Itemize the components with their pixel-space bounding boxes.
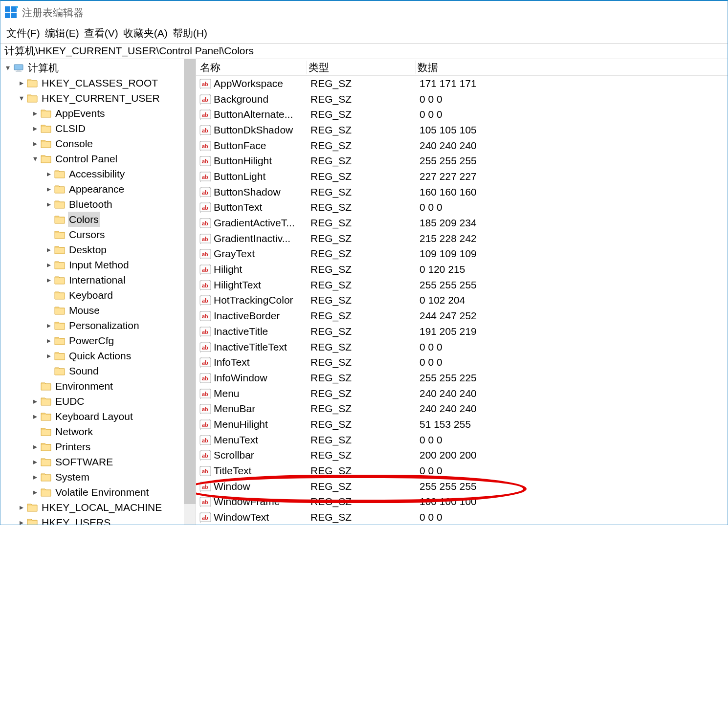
tree-node-appearance[interactable]: ▸ Appearance bbox=[2, 181, 196, 197]
list-row[interactable]: ButtonShadowREG_SZ160 160 160 bbox=[196, 184, 728, 200]
column-header-type[interactable]: 类型 bbox=[307, 61, 416, 74]
tree-node-cursors[interactable]: · Cursors bbox=[2, 227, 196, 242]
tree-node-printers[interactable]: ▸ Printers bbox=[2, 439, 196, 454]
tree-node-powercfg[interactable]: ▸ PowerCfg bbox=[2, 333, 196, 348]
list-row[interactable]: MenuTextREG_SZ0 0 0 bbox=[196, 432, 728, 448]
tree-node-hklm[interactable]: ▸ HKEY_LOCAL_MACHINE bbox=[2, 500, 196, 515]
list-row[interactable]: ButtonFaceREG_SZ240 240 240 bbox=[196, 138, 728, 154]
list-row[interactable]: ButtonLightREG_SZ227 227 227 bbox=[196, 169, 728, 184]
value-list[interactable]: AppWorkspaceREG_SZ171 171 171BackgroundR… bbox=[196, 76, 728, 525]
tree-node-international[interactable]: ▸ International bbox=[2, 272, 196, 287]
menu-favorites[interactable]: 收藏夹(A) bbox=[121, 25, 170, 41]
value-type: REG_SZ bbox=[309, 372, 418, 384]
scrollbar-thumb[interactable] bbox=[184, 59, 196, 504]
tree-node-quick-actions[interactable]: ▸ Quick Actions bbox=[2, 348, 196, 363]
list-row[interactable]: MenuHilightREG_SZ51 153 255 bbox=[196, 417, 728, 432]
chevron-right-icon[interactable]: ▸ bbox=[16, 75, 27, 90]
list-row[interactable]: InactiveTitleREG_SZ191 205 219 bbox=[196, 324, 728, 339]
chevron-right-icon[interactable]: ▸ bbox=[30, 136, 41, 151]
chevron-right-icon[interactable]: ▸ bbox=[30, 394, 41, 409]
chevron-right-icon[interactable]: ▸ bbox=[44, 318, 54, 333]
list-row[interactable]: AppWorkspaceREG_SZ171 171 171 bbox=[196, 76, 728, 91]
tree-node-eudc[interactable]: ▸ EUDC bbox=[2, 394, 196, 409]
chevron-right-icon[interactable]: ▸ bbox=[16, 500, 27, 515]
chevron-right-icon[interactable]: ▸ bbox=[44, 242, 54, 257]
list-row[interactable]: GradientActiveT...REG_SZ185 209 234 bbox=[196, 215, 728, 231]
tree-node-software[interactable]: ▸ SOFTWARE bbox=[2, 454, 196, 469]
tree-node-personalization[interactable]: ▸ Personalization bbox=[2, 318, 196, 333]
menu-edit[interactable]: 编辑(E) bbox=[43, 25, 81, 41]
list-row[interactable]: GrayTextREG_SZ109 109 109 bbox=[196, 246, 728, 262]
tree-node-desktop[interactable]: ▸ Desktop bbox=[2, 242, 196, 257]
chevron-right-icon[interactable]: ▸ bbox=[44, 166, 54, 181]
tree-node-hkcu[interactable]: ▾ HKEY_CURRENT_USER bbox=[2, 90, 196, 106]
chevron-down-icon[interactable]: ▾ bbox=[16, 90, 27, 106]
chevron-down-icon[interactable]: ▾ bbox=[2, 60, 13, 75]
list-row[interactable]: WindowREG_SZ255 255 255 bbox=[196, 479, 728, 494]
tree-node-control-panel[interactable]: ▾ Control Panel bbox=[2, 151, 196, 166]
menu-help[interactable]: 帮助(H) bbox=[171, 25, 209, 41]
chevron-right-icon[interactable]: ▸ bbox=[30, 106, 41, 121]
chevron-down-icon[interactable]: ▾ bbox=[30, 151, 41, 166]
address-bar[interactable]: 计算机\HKEY_CURRENT_USER\Control Panel\Colo… bbox=[0, 43, 728, 59]
tree-node-clsid[interactable]: ▸ CLSID bbox=[2, 121, 196, 136]
chevron-right-icon[interactable]: ▸ bbox=[30, 469, 41, 484]
chevron-right-icon[interactable]: ▸ bbox=[30, 454, 41, 469]
list-row[interactable]: ButtonAlternate...REG_SZ0 0 0 bbox=[196, 107, 728, 122]
tree-node-hkcr[interactable]: ▸ HKEY_CLASSES_ROOT bbox=[2, 75, 196, 90]
tree-node-bluetooth[interactable]: ▸ Bluetooth bbox=[2, 197, 196, 212]
menu-file[interactable]: 文件(F) bbox=[4, 25, 42, 41]
tree-node-mouse[interactable]: · Mouse bbox=[2, 303, 196, 318]
list-row[interactable]: HilightTextREG_SZ255 255 255 bbox=[196, 277, 728, 293]
list-row[interactable]: ButtonDkShadowREG_SZ105 105 105 bbox=[196, 122, 728, 138]
tree-node-console[interactable]: ▸ Console bbox=[2, 136, 196, 151]
list-row[interactable]: ButtonTextREG_SZ0 0 0 bbox=[196, 200, 728, 216]
list-row[interactable]: MenuREG_SZ240 240 240 bbox=[196, 386, 728, 401]
chevron-right-icon[interactable]: ▸ bbox=[30, 439, 41, 454]
tree-node-appevents[interactable]: ▸ AppEvents bbox=[2, 106, 196, 121]
list-row[interactable]: WindowFrameREG_SZ100 100 100 bbox=[196, 494, 728, 510]
chevron-right-icon[interactable]: ▸ bbox=[44, 257, 54, 272]
chevron-right-icon[interactable]: ▸ bbox=[44, 197, 54, 212]
tree-node-network[interactable]: · Network bbox=[2, 424, 196, 439]
key-tree[interactable]: ▾ 计算机 ▸ HKEY_CLASSES_ROOT ▾ HKEY_CURRENT… bbox=[0, 59, 196, 525]
value-name: ButtonHilight bbox=[214, 155, 309, 167]
chevron-right-icon[interactable]: ▸ bbox=[16, 515, 27, 525]
list-row[interactable]: InactiveBorderREG_SZ244 247 252 bbox=[196, 308, 728, 324]
list-row[interactable]: HilightREG_SZ0 120 215 bbox=[196, 262, 728, 277]
list-row[interactable]: HotTrackingColorREG_SZ0 102 204 bbox=[196, 293, 728, 308]
tree-node-sound[interactable]: · Sound bbox=[2, 363, 196, 378]
tree-node-environment[interactable]: · Environment bbox=[2, 378, 196, 394]
chevron-right-icon[interactable]: ▸ bbox=[44, 181, 54, 197]
list-row[interactable]: BackgroundREG_SZ0 0 0 bbox=[196, 91, 728, 107]
list-row[interactable]: WindowTextREG_SZ0 0 0 bbox=[196, 509, 728, 525]
list-row[interactable]: InactiveTitleTextREG_SZ0 0 0 bbox=[196, 339, 728, 355]
list-row[interactable]: ScrollbarREG_SZ200 200 200 bbox=[196, 448, 728, 463]
tree-node-volatile-environment[interactable]: ▸ Volatile Environment bbox=[2, 484, 196, 500]
list-row[interactable]: InfoTextREG_SZ0 0 0 bbox=[196, 354, 728, 370]
tree-node-keyboard-layout[interactable]: ▸ Keyboard Layout bbox=[2, 409, 196, 424]
tree-node-computer[interactable]: ▾ 计算机 bbox=[2, 60, 196, 75]
folder-icon bbox=[41, 396, 51, 407]
list-row[interactable]: TitleTextREG_SZ0 0 0 bbox=[196, 463, 728, 479]
list-row[interactable]: ButtonHilightREG_SZ255 255 255 bbox=[196, 153, 728, 169]
chevron-right-icon[interactable]: ▸ bbox=[30, 484, 41, 500]
tree-node-colors[interactable]: · Colors bbox=[2, 212, 196, 227]
chevron-right-icon[interactable]: ▸ bbox=[30, 121, 41, 136]
chevron-right-icon[interactable]: ▸ bbox=[44, 333, 54, 348]
list-row[interactable]: MenuBarREG_SZ240 240 240 bbox=[196, 401, 728, 417]
tree-node-system[interactable]: ▸ System bbox=[2, 469, 196, 484]
menu-view[interactable]: 查看(V) bbox=[82, 25, 120, 41]
chevron-right-icon[interactable]: ▸ bbox=[30, 409, 41, 424]
column-header-data[interactable]: 数据 bbox=[416, 61, 728, 74]
tree-node-hku[interactable]: ▸ HKEY_USERS bbox=[2, 515, 196, 525]
tree-node-keyboard[interactable]: · Keyboard bbox=[2, 287, 196, 303]
column-header-name[interactable]: 名称 bbox=[196, 61, 307, 74]
chevron-right-icon[interactable]: ▸ bbox=[44, 272, 54, 287]
list-row[interactable]: InfoWindowREG_SZ255 255 225 bbox=[196, 370, 728, 386]
chevron-right-icon[interactable]: ▸ bbox=[44, 348, 54, 363]
tree-scrollbar[interactable] bbox=[184, 59, 196, 525]
list-row[interactable]: GradientInactiv...REG_SZ215 228 242 bbox=[196, 231, 728, 246]
tree-node-accessibility[interactable]: ▸ Accessibility bbox=[2, 166, 196, 181]
tree-node-input-method[interactable]: ▸ Input Method bbox=[2, 257, 196, 272]
